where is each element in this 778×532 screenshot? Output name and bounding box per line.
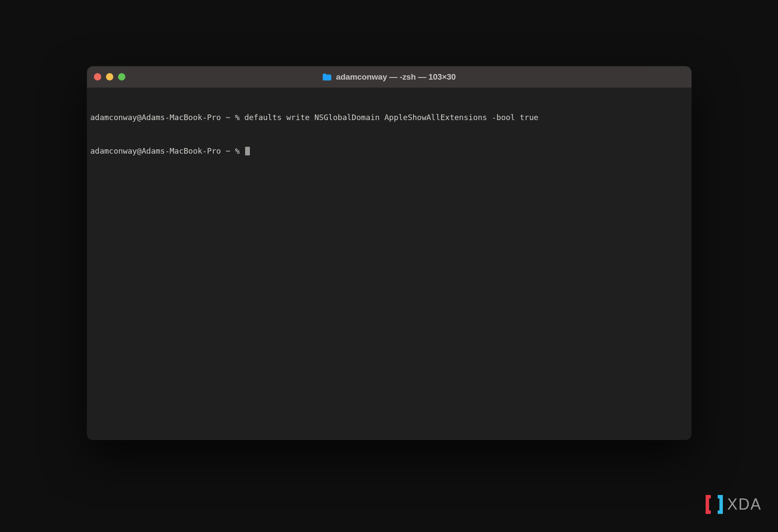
xda-logo-icon — [705, 494, 724, 515]
maximize-button[interactable] — [118, 73, 125, 80]
folder-icon — [322, 73, 332, 81]
titlebar[interactable]: adamconway — -zsh — 103×30 — [87, 66, 691, 88]
command-text: defaults write NSGlobalDomain AppleShowA… — [244, 113, 538, 122]
terminal-line: adamconway@Adams-MacBook-Pro ~ % default… — [90, 112, 688, 123]
watermark: XDA — [705, 494, 762, 515]
prompt: adamconway@Adams-MacBook-Pro ~ % — [90, 146, 245, 155]
terminal-line: adamconway@Adams-MacBook-Pro ~ % — [90, 145, 688, 157]
window-title: adamconway — -zsh — 103×30 — [336, 72, 456, 82]
terminal-window: adamconway — -zsh — 103×30 adamconway@Ad… — [87, 66, 691, 440]
close-button[interactable] — [94, 73, 101, 80]
minimize-button[interactable] — [106, 73, 113, 80]
terminal-body[interactable]: adamconway@Adams-MacBook-Pro ~ % default… — [87, 88, 691, 440]
window-title-group: adamconway — -zsh — 103×30 — [322, 72, 456, 82]
prompt: adamconway@Adams-MacBook-Pro ~ % — [90, 113, 245, 122]
traffic-lights — [94, 73, 125, 80]
watermark-text: XDA — [727, 495, 762, 513]
cursor — [245, 147, 250, 155]
